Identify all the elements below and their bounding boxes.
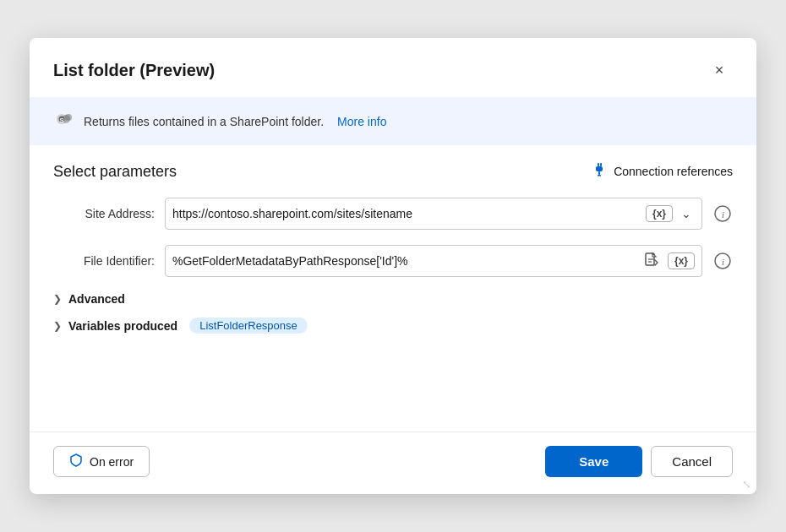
svg-text:S: S — [60, 117, 65, 124]
site-address-info-btn[interactable]: i — [712, 204, 733, 224]
site-address-actions: {x} ⌄ — [646, 205, 695, 222]
connection-ref-label: Connection references — [614, 165, 733, 178]
section-title: Select parameters — [53, 163, 177, 181]
variables-produced-row[interactable]: ❯ Variables produced ListFolderResponse — [53, 318, 733, 334]
file-identifier-info-btn[interactable]: i — [712, 251, 733, 271]
dialog-title: List folder (Preview) — [53, 61, 215, 80]
site-address-input[interactable] — [172, 207, 646, 220]
file-identifier-row: File Identifier: {x} — [53, 245, 733, 277]
section-header: Select parameters Connection references — [53, 162, 733, 181]
advanced-chevron-icon: ❯ — [53, 293, 62, 305]
save-button[interactable]: Save — [545, 446, 642, 477]
resize-handle: ⤡ — [742, 478, 751, 491]
site-address-row: Site Address: {x} ⌄ i — [53, 198, 733, 230]
site-address-input-wrap: {x} ⌄ — [165, 198, 702, 230]
svg-rect-9 — [598, 175, 601, 176]
file-identifier-label: File Identifier: — [53, 254, 155, 268]
file-identifier-input[interactable] — [172, 254, 641, 268]
plug-icon — [592, 162, 607, 181]
site-address-variable-btn[interactable]: {x} — [646, 205, 673, 222]
dialog-footer: On error Save Cancel — [30, 432, 756, 494]
info-banner: S Returns files contained in a SharePoin… — [30, 97, 756, 145]
main-dialog: List folder (Preview) × S Returns files … — [30, 38, 756, 494]
file-identifier-input-wrap: {x} — [165, 245, 702, 277]
more-info-link[interactable]: More info — [337, 115, 386, 128]
variables-badge: ListFolderResponse — [189, 318, 308, 334]
connection-references-button[interactable]: Connection references — [592, 162, 733, 181]
svg-text:i: i — [722, 257, 724, 267]
on-error-label: On error — [90, 455, 134, 469]
dialog-header: List folder (Preview) × — [30, 38, 756, 97]
shield-icon — [69, 453, 83, 470]
svg-text:i: i — [722, 209, 724, 220]
cancel-button[interactable]: Cancel — [651, 446, 733, 477]
on-error-button[interactable]: On error — [53, 446, 150, 477]
close-button[interactable]: × — [706, 57, 733, 84]
file-identifier-variable-btn[interactable]: {x} — [668, 252, 695, 269]
svg-rect-7 — [596, 166, 603, 171]
variables-label: Variables produced — [68, 319, 177, 333]
site-address-chevron-btn[interactable]: ⌄ — [678, 205, 695, 222]
dialog-body: Select parameters Connection references … — [30, 145, 756, 425]
svg-rect-6 — [600, 163, 602, 166]
banner-text: Returns files contained in a SharePoint … — [84, 115, 324, 128]
footer-actions: Save Cancel — [545, 446, 733, 477]
file-identifier-actions: {x} — [641, 250, 695, 272]
svg-point-2 — [65, 114, 72, 121]
svg-rect-8 — [598, 171, 600, 175]
advanced-label: Advanced — [68, 292, 125, 306]
variables-chevron-icon: ❯ — [53, 320, 62, 332]
file-picker-btn[interactable] — [641, 250, 663, 272]
site-address-label: Site Address: — [53, 207, 155, 220]
svg-rect-5 — [598, 163, 599, 166]
advanced-row[interactable]: ❯ Advanced — [53, 292, 733, 306]
sharepoint-icon: S — [53, 109, 74, 133]
